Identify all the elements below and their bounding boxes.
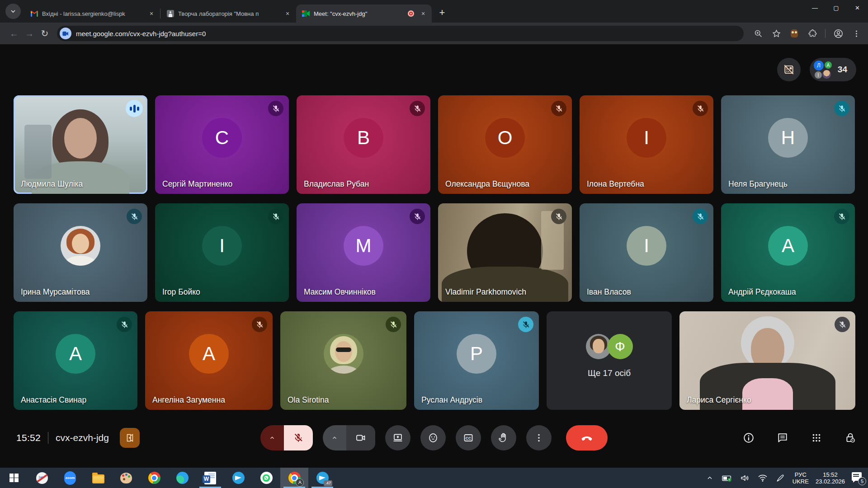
tab-lab[interactable]: Творча лабораторія "Мовна п ×: [160, 5, 296, 23]
start-button[interactable]: [0, 468, 28, 488]
menu-dots-icon[interactable]: [851, 28, 862, 39]
forward-icon[interactable]: →: [22, 26, 37, 41]
participant-tile[interactable]: Ірина Мурсамітова: [14, 203, 147, 302]
mic-muted-indicator: [117, 317, 132, 332]
taskbar-whatsapp[interactable]: [252, 468, 280, 488]
end-call-button[interactable]: [566, 425, 608, 450]
participant-tile[interactable]: ННеля Брагунець: [721, 95, 855, 194]
tab-close-icon[interactable]: ×: [146, 9, 156, 19]
taskbar-telegram-unread[interactable]: .47: [308, 468, 336, 488]
activities-button[interactable]: [811, 432, 822, 444]
taskbar-telegram[interactable]: [224, 468, 252, 488]
taskbar-word[interactable]: W: [196, 468, 224, 488]
more-people-tile[interactable]: ФЩе 17 осіб: [547, 311, 672, 410]
bookmark-star-icon[interactable]: [771, 28, 782, 39]
participant-tile[interactable]: ССергій Мартиненко: [155, 95, 289, 194]
edge-icon: [176, 472, 189, 484]
profile-icon[interactable]: [833, 28, 844, 39]
tab-gmail[interactable]: Вхідні - larissa.sergienko@lispk ×: [24, 5, 160, 23]
zoom-icon[interactable]: [753, 28, 764, 39]
participant-tile[interactable]: ІІван Власов: [580, 203, 713, 302]
participant-tile[interactable]: РРуслан Андрусів: [414, 311, 539, 410]
participant-tile[interactable]: ААнгеліна Загуменна: [145, 311, 273, 410]
camera-permission-icon[interactable]: [60, 28, 71, 39]
taskbar-zoom[interactable]: zoom: [56, 468, 84, 488]
meeting-room-button[interactable]: [120, 428, 140, 448]
language-indicator[interactable]: РУСUKRE: [793, 471, 809, 485]
word-icon: W: [204, 472, 216, 484]
participant-tile[interactable]: ААнастасія Свинар: [14, 311, 137, 410]
participant-tile[interactable]: ААндрій Рєдкокаша: [721, 203, 855, 302]
notification-center[interactable]: 5: [852, 472, 865, 484]
close-button[interactable]: ✕: [847, 0, 868, 15]
media-recording-indicator-icon[interactable]: [408, 10, 414, 17]
participant-tile[interactable]: ІІлона Вертебна: [580, 95, 713, 194]
extensions-puzzle-icon[interactable]: [807, 28, 818, 39]
host-controls-button[interactable]: [844, 432, 856, 444]
participant-name: Руслан Андрусів: [421, 395, 482, 405]
wifi-icon[interactable]: [757, 473, 768, 483]
participant-tile[interactable]: Лариса Сергієнко: [679, 311, 855, 410]
maximize-button[interactable]: ▢: [826, 0, 847, 15]
present-screen-button[interactable]: [385, 425, 410, 450]
taskbar-snipping-tool[interactable]: [28, 468, 56, 488]
participant-tile[interactable]: ІІгор Бойко: [155, 203, 289, 302]
participants-grid: Людмила ШулікаССергій МартиненкоВВладисл…: [14, 95, 855, 419]
back-icon[interactable]: ←: [6, 26, 22, 41]
mic-toggle-button-muted[interactable]: [284, 425, 313, 450]
avatar: І: [814, 71, 822, 79]
captions-button[interactable]: CC: [456, 425, 481, 450]
avatar: І: [627, 118, 666, 158]
taskbar-edge[interactable]: [168, 468, 196, 488]
meet-header: Л А І 34: [777, 58, 856, 81]
tab-close-icon[interactable]: ×: [283, 9, 292, 19]
raise-hand-button[interactable]: [491, 425, 516, 450]
tab-search-button[interactable]: [5, 4, 21, 19]
chrome-icon: [148, 472, 160, 484]
speaker-icon[interactable]: [740, 473, 750, 483]
info-icon: [743, 432, 755, 444]
address-bar[interactable]: meet.google.com/cvx-ezvh-jdg?authuser=0: [57, 26, 744, 41]
participant-tile[interactable]: Vladimir Parkhomovich: [438, 203, 572, 302]
chevron-down-icon: [10, 9, 16, 14]
mic-off-icon: [120, 320, 129, 329]
reactions-button[interactable]: [420, 425, 446, 450]
new-tab-button[interactable]: +: [435, 6, 449, 19]
gmail-icon: [30, 10, 38, 18]
participant-tile[interactable]: ВВладислав Рубан: [297, 95, 430, 194]
participant-tile[interactable]: ООлександра Вєщунова: [438, 95, 572, 194]
video-frame-shape: [742, 378, 793, 410]
taskbar-chrome-meet[interactable]: [280, 468, 308, 488]
tray-chevron-up-icon[interactable]: [704, 473, 715, 483]
clips-off-button[interactable]: [777, 58, 801, 81]
minimize-button[interactable]: —: [804, 0, 826, 15]
chat-button[interactable]: [777, 432, 788, 444]
participants-count-button[interactable]: Л А І 34: [810, 58, 856, 81]
taskbar-paint[interactable]: [112, 468, 140, 488]
camera-options-button[interactable]: [323, 425, 346, 450]
pen-icon[interactable]: [775, 473, 786, 483]
participant-tile[interactable]: Ola Sirotina: [280, 311, 406, 410]
meeting-details-button[interactable]: [743, 432, 755, 444]
clock[interactable]: 15:5223.02.2026: [816, 471, 845, 485]
chat-icon: [777, 432, 788, 444]
owl-extension-icon[interactable]: [789, 28, 800, 39]
clips-off-icon: [783, 64, 795, 75]
mic-options-button[interactable]: [260, 425, 284, 450]
camera-toggle-button[interactable]: [346, 425, 375, 450]
reload-icon[interactable]: ↻: [37, 26, 52, 41]
file-explorer-icon: [92, 474, 104, 483]
video-frame-shape: [64, 118, 97, 159]
mic-muted-indicator: [834, 209, 849, 224]
participant-tile[interactable]: ММаксим Овчинніков: [297, 203, 430, 302]
taskbar-file-explorer[interactable]: [84, 468, 112, 488]
taskbar-chrome[interactable]: [140, 468, 168, 488]
telegram-icon: [232, 472, 245, 484]
participant-tile[interactable]: Людмила Шуліка: [14, 95, 147, 194]
camera-icon: [355, 432, 366, 443]
tab-meet-active[interactable]: Meet: "cvx-ezvh-jdg" ×: [296, 5, 432, 23]
avatar: А: [824, 61, 832, 69]
tab-close-icon[interactable]: ×: [418, 9, 428, 19]
more-options-button[interactable]: [526, 425, 552, 450]
battery-icon[interactable]: [722, 473, 733, 483]
